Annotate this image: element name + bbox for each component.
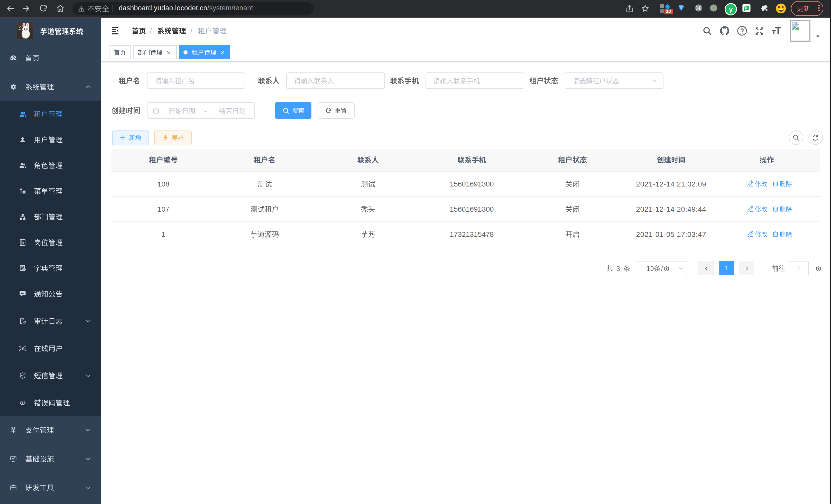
svg-text:y: y	[729, 6, 733, 13]
